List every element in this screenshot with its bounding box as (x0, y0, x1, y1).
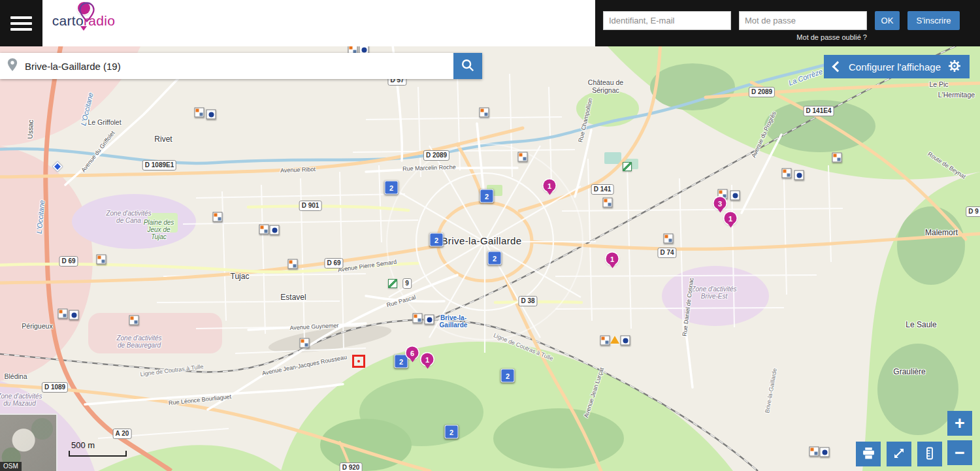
cartoradio-logo[interactable]: cartoradio (50, 2, 118, 27)
support-marker[interactable] (413, 314, 423, 323)
pin-marker[interactable]: 1 (421, 353, 434, 366)
brand-wordmark: cartoradio (50, 14, 118, 27)
cluster-marker[interactable]: 2 (445, 425, 459, 439)
measure-marker[interactable] (388, 279, 397, 288)
cluster-marker[interactable]: 2 (480, 189, 494, 203)
support-marker[interactable] (288, 259, 298, 269)
layer-switcher-label[interactable]: OSM (0, 462, 22, 471)
app-header: cartoradio Mot de passe oublié ? OK S'in… (0, 0, 980, 46)
dish-marker[interactable] (794, 171, 804, 180)
hamburger-icon (10, 16, 32, 19)
dish-marker[interactable] (730, 191, 740, 201)
login-bar: Mot de passe oublié ? OK S'inscrire (595, 0, 980, 46)
chevron-left-icon (832, 61, 843, 73)
identifier-field[interactable] (603, 11, 731, 30)
measure-button[interactable] (917, 442, 942, 466)
search-icon (461, 58, 475, 74)
support-marker[interactable] (97, 255, 106, 265)
cluster-marker[interactable]: 2 (430, 233, 444, 247)
support-marker[interactable] (259, 225, 269, 235)
selected-site-marker[interactable] (352, 355, 365, 368)
cluster-marker[interactable]: 2 (488, 252, 502, 265)
print-button[interactable] (856, 442, 881, 466)
cluster-marker[interactable]: 2 (501, 369, 515, 383)
support-marker[interactable] (300, 338, 310, 348)
dish-marker[interactable] (206, 110, 216, 120)
cluster-marker[interactable]: 2 (395, 355, 408, 368)
dish-marker[interactable] (621, 336, 630, 346)
support-marker[interactable] (518, 152, 528, 162)
zoom-out-button[interactable]: − (947, 440, 972, 465)
pin-marker[interactable]: 6 (406, 347, 419, 359)
login-ok-button[interactable]: OK (875, 11, 900, 30)
support-marker[interactable] (809, 447, 819, 457)
pin-marker[interactable]: 3 (714, 197, 727, 210)
search-input-wrap (0, 53, 453, 79)
menu-button[interactable] (0, 0, 42, 46)
dish-marker[interactable] (270, 225, 280, 235)
measure-marker[interactable] (623, 162, 632, 171)
support-marker[interactable] (664, 234, 674, 244)
search-input[interactable] (24, 60, 453, 73)
support-marker[interactable] (195, 108, 204, 118)
fullscreen-icon (892, 447, 906, 462)
dish-marker[interactable] (820, 447, 830, 457)
gear-icon (948, 59, 961, 74)
support-marker[interactable] (480, 108, 489, 118)
support-marker[interactable] (603, 198, 613, 208)
support-marker[interactable] (213, 212, 223, 222)
support-marker[interactable] (58, 309, 68, 319)
forgot-password-link[interactable]: Mot de passe oublié ? (796, 33, 867, 41)
overview-minimap[interactable]: OSM (0, 414, 57, 471)
configure-display-label: Configurer l'affichage (849, 61, 941, 73)
search-button[interactable] (453, 53, 482, 79)
fullscreen-button[interactable] (887, 442, 911, 466)
password-field[interactable] (739, 11, 867, 30)
support-marker[interactable] (782, 169, 792, 178)
triangle-marker[interactable] (610, 336, 619, 344)
pin-marker[interactable]: 1 (725, 212, 737, 225)
printer-icon (862, 446, 875, 462)
support-marker[interactable] (600, 336, 610, 346)
cartoradio-app: Configurer l'affichage OSM 5 (0, 0, 980, 471)
zoom-in-button[interactable]: + (947, 411, 972, 436)
support-marker[interactable] (832, 153, 842, 163)
register-button[interactable]: S'inscrire (907, 11, 960, 30)
support-marker[interactable] (129, 316, 139, 325)
dish-marker[interactable] (425, 315, 434, 325)
dish-marker[interactable] (69, 310, 79, 320)
configure-display-button[interactable]: Configurer l'affichage (824, 55, 970, 78)
search-bar (0, 53, 482, 79)
location-pin-icon (7, 57, 18, 74)
cluster-marker[interactable]: 2 (385, 181, 399, 195)
ruler-icon (923, 447, 936, 462)
pin-marker[interactable]: 1 (544, 180, 556, 192)
pin-marker[interactable]: 1 (606, 253, 619, 265)
